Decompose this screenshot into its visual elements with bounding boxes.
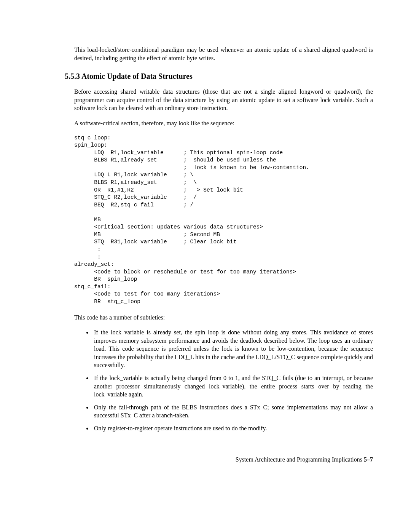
page-number: 5–7 [364,456,373,463]
list-item: If the lock_variable is actually being c… [92,374,373,399]
list-item: Only register-to-register operate instru… [92,424,373,433]
section-heading: 5.5.3 Atomic Update of Data Structures [65,71,373,81]
page-footer: System Architecture and Programming Impl… [65,455,373,464]
body-paragraph-2: A software-critical section, therefore, … [74,119,373,128]
footer-title: System Architecture and Programming Impl… [236,456,364,463]
bullet-list: If the lock_variable is already set, the… [74,328,373,433]
code-block: stq_c_loop: spin_loop: LDQ R1,lock_varia… [74,134,373,306]
body-paragraph-3: This code has a number of subtleties: [74,313,373,322]
list-item: If the lock_variable is already set, the… [92,328,373,369]
intro-paragraph: This load-locked/store-conditional parad… [74,46,373,62]
body-paragraph-1: Before accessing shared writable data st… [74,88,373,112]
list-item: Only the fall-through path of the BLBS i… [92,403,373,420]
